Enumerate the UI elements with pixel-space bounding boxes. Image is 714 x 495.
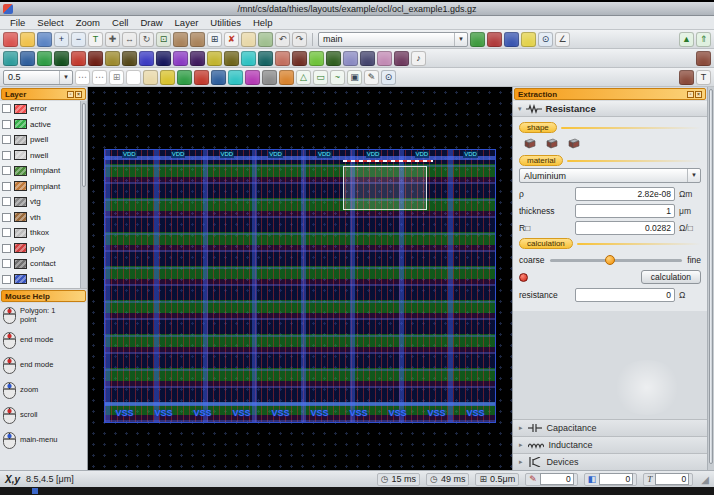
royal-style-icon[interactable] xyxy=(139,51,154,66)
highlight-icon[interactable] xyxy=(521,32,536,47)
fill-blue-icon[interactable] xyxy=(504,32,519,47)
layer-visibility-checkbox[interactable] xyxy=(2,182,11,191)
layer-visibility-checkbox[interactable] xyxy=(2,228,11,237)
layer-visibility-checkbox[interactable] xyxy=(2,275,11,284)
draw-wire-icon[interactable]: ~ xyxy=(330,70,345,85)
layout-canvas[interactable]: VDDVDDVDDVDDVDDVDDVDDVDD VSSVSSVSSVSSVSS… xyxy=(88,87,512,470)
draw-via-icon[interactable]: ▣ xyxy=(347,70,362,85)
text-tool-icon[interactable]: T xyxy=(88,32,103,47)
zoom-in-icon[interactable]: + xyxy=(54,32,69,47)
resistance-input[interactable]: 0 xyxy=(575,288,675,302)
section-capacitance[interactable]: ▸ Capacitance xyxy=(513,419,707,436)
section-resistance[interactable]: ▾ Resistance xyxy=(513,101,707,117)
mustard-style-icon[interactable] xyxy=(224,51,239,66)
layer-scrollbar-thumb[interactable] xyxy=(82,103,86,187)
metal1[interactable]: metal1 xyxy=(0,272,80,288)
lavender-style-icon[interactable] xyxy=(343,51,358,66)
copy-tool-icon[interactable]: ⊡ xyxy=(156,32,171,47)
thkox[interactable]: thkox xyxy=(0,225,80,241)
up-hierarchy-icon[interactable]: ▲ xyxy=(679,32,694,47)
ruler-icon[interactable] xyxy=(241,32,256,47)
menu-item[interactable]: Draw xyxy=(134,17,168,28)
section-inductance[interactable]: ▸ Inductance xyxy=(513,436,707,453)
sheet-resistance-input[interactable]: 0.0282 xyxy=(575,221,675,235)
layer-visibility-checkbox[interactable] xyxy=(2,244,11,253)
layer-visibility-checkbox[interactable] xyxy=(2,213,11,222)
plum-style-icon[interactable] xyxy=(394,51,409,66)
new-layout-icon[interactable] xyxy=(3,32,18,47)
delete-icon[interactable]: ✘ xyxy=(224,32,239,47)
nimplant[interactable]: nimplant xyxy=(0,163,80,179)
vtg[interactable]: vtg xyxy=(0,194,80,210)
calculation-button[interactable]: calculation xyxy=(641,270,701,284)
menu-item[interactable]: File xyxy=(4,17,31,28)
ruler-horizontal-icon[interactable] xyxy=(143,70,158,85)
redo-icon[interactable]: ↷ xyxy=(292,32,307,47)
panel-close-icon[interactable]: × xyxy=(75,91,82,98)
coarseness-slider[interactable] xyxy=(550,259,683,262)
swatch-orange-icon[interactable] xyxy=(279,70,294,85)
edit-count-input[interactable]: 0 xyxy=(540,473,574,485)
zoom-select-icon[interactable]: ⊙ xyxy=(538,32,553,47)
menu-item[interactable]: Select xyxy=(31,17,69,28)
pimplant[interactable]: pimplant xyxy=(0,179,80,195)
open-layout-icon[interactable] xyxy=(20,32,35,47)
vth[interactable]: vth xyxy=(0,210,80,226)
maroon-style-icon[interactable] xyxy=(292,51,307,66)
layer-visibility-checkbox[interactable] xyxy=(2,135,11,144)
move-tool-icon[interactable]: ✚ xyxy=(105,32,120,47)
cube-icon[interactable] xyxy=(696,51,711,66)
swatch-blue-icon[interactable] xyxy=(211,70,226,85)
array-icon[interactable]: ⊞ xyxy=(207,32,222,47)
slider-handle[interactable] xyxy=(605,255,615,265)
salmon-style-icon[interactable] xyxy=(275,51,290,66)
layer-visibility-checkbox[interactable] xyxy=(2,259,11,268)
menu-item[interactable]: Help xyxy=(247,17,279,28)
layer-visibility-checkbox[interactable] xyxy=(2,120,11,129)
navy-style-icon[interactable] xyxy=(156,51,171,66)
grid-off-icon[interactable] xyxy=(126,70,141,85)
darkgreen-style-icon[interactable] xyxy=(54,51,69,66)
swatch-gray-icon[interactable] xyxy=(262,70,277,85)
select-count-input[interactable]: 0 xyxy=(599,473,633,485)
blue-style-icon[interactable] xyxy=(20,51,35,66)
snap-icon[interactable] xyxy=(258,32,273,47)
cell-select[interactable]: main ▼ xyxy=(318,32,468,47)
top-hierarchy-icon[interactable]: ⇑ xyxy=(696,32,711,47)
section-devices[interactable]: ▸ Devices xyxy=(513,453,707,470)
purple-style-icon[interactable] xyxy=(173,51,188,66)
shape-sample-icon[interactable] xyxy=(545,137,559,149)
nwell[interactable]: nwell xyxy=(0,148,80,164)
teal-style-icon[interactable] xyxy=(3,51,18,66)
menu-item[interactable]: Zoom xyxy=(70,17,106,28)
grid-size-select[interactable]: 0.5 ▼ xyxy=(3,70,73,85)
menu-item[interactable]: Cell xyxy=(106,17,134,28)
cube-alt-icon[interactable] xyxy=(679,70,694,85)
pwell[interactable]: pwell xyxy=(0,132,80,148)
draw-rect-icon[interactable]: ▭ xyxy=(313,70,328,85)
shape-sample-icon[interactable] xyxy=(567,137,581,149)
note-icon[interactable]: ♪ xyxy=(411,51,426,66)
material-select[interactable]: Aluminium ▼ xyxy=(519,168,701,183)
panel-float-icon[interactable]: ▫ xyxy=(687,91,694,98)
green-style-icon[interactable] xyxy=(37,51,52,66)
red-style-icon[interactable] xyxy=(71,51,86,66)
contact[interactable]: contact xyxy=(0,256,80,272)
layer-visibility-checkbox[interactable] xyxy=(2,104,11,113)
poly[interactable]: poly xyxy=(0,241,80,257)
resize-grip-icon[interactable]: ◢ xyxy=(701,474,709,485)
grid-dots-icon[interactable]: ⋯ xyxy=(75,70,90,85)
rotate-tool-icon[interactable]: ↻ xyxy=(139,32,154,47)
zoom-out-icon[interactable]: − xyxy=(71,32,86,47)
zoom-window-icon[interactable]: ⊙ xyxy=(381,70,396,85)
swatch-yellow-icon[interactable] xyxy=(160,70,175,85)
edit-icon[interactable]: ✎ xyxy=(364,70,379,85)
panel-scrollbar-thumb[interactable] xyxy=(709,89,713,464)
panel-scrollbar[interactable] xyxy=(707,87,714,470)
measure-icon[interactable]: ∠ xyxy=(555,32,570,47)
menu-item[interactable]: Utilities xyxy=(204,17,247,28)
layer-visibility-checkbox[interactable] xyxy=(2,151,11,160)
pink-style-icon[interactable] xyxy=(377,51,392,66)
title-bar[interactable]: /mnt/cs/data/thies/layouts/example/ocl/o… xyxy=(0,2,714,16)
slate-style-icon[interactable] xyxy=(360,51,375,66)
